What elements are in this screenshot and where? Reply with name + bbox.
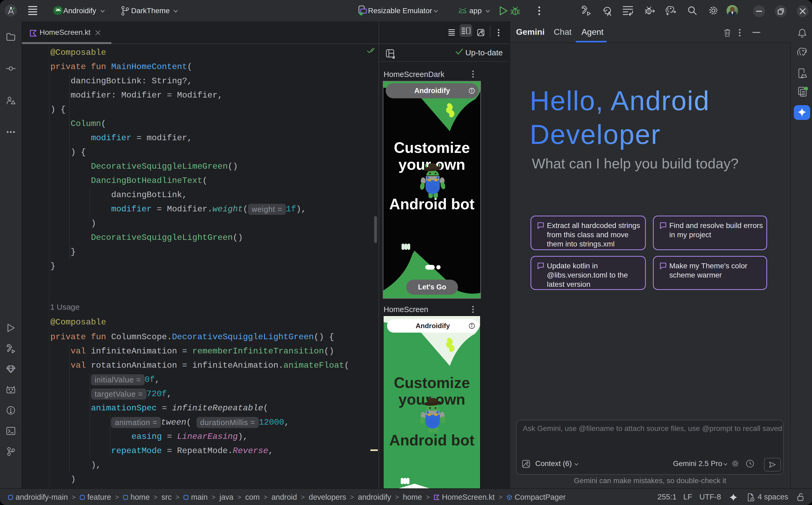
svg-text:A: A bbox=[607, 10, 611, 16]
